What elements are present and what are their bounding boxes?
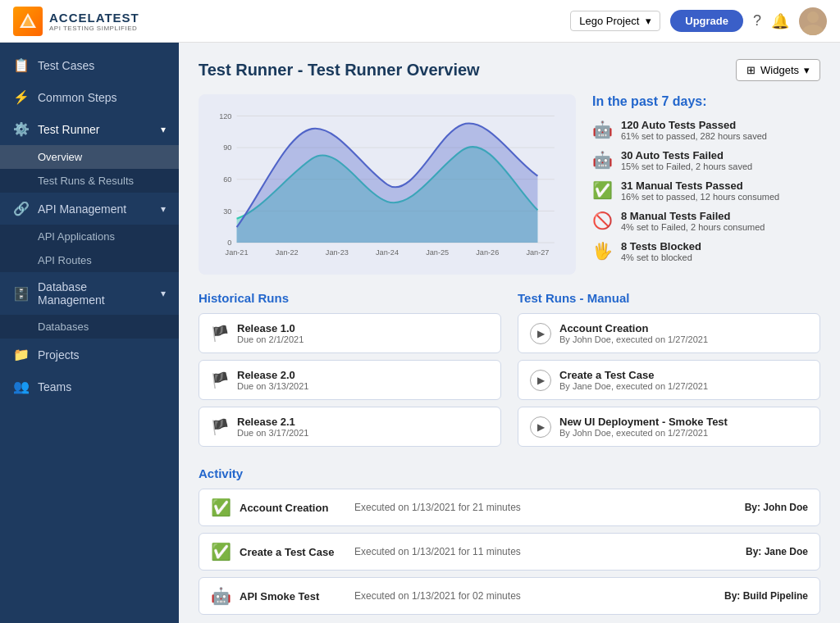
manual-run-item[interactable]: ▶ Account Creation By John Doe, executed… (518, 313, 820, 353)
sidebar-subitem-api-routes[interactable]: API Routes (0, 248, 179, 272)
historical-run-item[interactable]: 🏴 Release 2.0 Due on 3/13/2021 (199, 360, 501, 400)
avatar[interactable] (799, 7, 827, 35)
activity-android-icon: 🤖 (211, 586, 231, 606)
svg-text:Jan-23: Jan-23 (326, 248, 349, 257)
historical-run-item[interactable]: 🏴 Release 2.1 Due on 3/17/2021 (199, 407, 501, 447)
sidebar-subitem-test-runs[interactable]: Test Runs & Results (0, 169, 179, 193)
activity-desc: Executed on 1/13/2021 for 21 minutes (354, 502, 737, 513)
run-sub: Due on 3/13/2021 (237, 381, 308, 391)
layout: 📋 Test Cases ⚡ Common Steps ⚙️ Test Runn… (0, 43, 840, 623)
stat-manual-failed: 🚫 8 Manual Tests Failed 4% set to Failed… (592, 210, 820, 232)
run-sub: By John Doe, executed on 1/27/2021 (559, 428, 728, 438)
project-selector[interactable]: Lego Project ▾ (570, 11, 660, 31)
android-pass-icon: 🤖 (592, 120, 613, 139)
warning-fail-icon: 🚫 (592, 211, 613, 230)
manual-run-item[interactable]: ▶ Create a Test Case By Jane Doe, execut… (518, 360, 820, 400)
widgets-icon: ⊞ (746, 64, 756, 76)
sidebar-item-test-runner[interactable]: ⚙️ Test Runner ▾ (0, 113, 179, 145)
play-icon: ▶ (530, 416, 551, 438)
logo-area: ACCELATEST API TESTING SIMPLIFIED (13, 7, 139, 36)
help-icon[interactable]: ? (753, 12, 761, 30)
chevron-down-icon: ▾ (804, 64, 810, 76)
sidebar-subitem-api-applications[interactable]: API Applications (0, 225, 179, 248)
projects-icon: 📁 (13, 347, 30, 362)
svg-text:Jan-25: Jan-25 (426, 248, 449, 257)
activity-by: By: John Doe (745, 502, 808, 513)
stat-auto-passed-sub: 61% set to passed, 282 hours saved (621, 131, 767, 141)
stat-auto-passed-label: 120 Auto Tests Passed (621, 119, 767, 131)
svg-text:Jan-27: Jan-27 (526, 248, 549, 257)
sidebar-subitem-databases[interactable]: Databases (0, 315, 179, 339)
sidebar-item-projects[interactable]: 📁 Projects (0, 339, 179, 371)
run-sub: Due on 3/17/2021 (237, 428, 308, 438)
activity-check-icon: ✅ (211, 498, 231, 517)
stat-manual-failed-label: 8 Manual Tests Failed (621, 210, 765, 222)
run-sub: By John Doe, executed on 1/27/2021 (559, 334, 708, 344)
run-name: Release 2.0 (237, 369, 308, 381)
activity-by-name: John Doe (763, 502, 808, 513)
stat-auto-failed-label: 30 Auto Tests Failed (621, 149, 752, 161)
common-steps-icon: ⚡ (13, 89, 30, 105)
header-controls: Lego Project ▾ Upgrade ? 🔔 (570, 7, 827, 35)
historical-runs-title: Historical Runs (199, 291, 501, 305)
sidebar-label-teams: Teams (38, 380, 71, 393)
widgets-button[interactable]: ⊞ Widgets ▾ (736, 59, 820, 81)
main-content: Test Runner - Test Runner Overview ⊞ Wid… (179, 43, 840, 623)
svg-text:Jan-21: Jan-21 (226, 248, 249, 257)
sidebar-label-api-management: API Management (38, 202, 126, 216)
svg-text:30: 30 (223, 207, 231, 215)
chevron-down-icon: ▾ (161, 288, 166, 299)
historical-runs-section: Historical Runs 🏴 Release 1.0 Due on 2/1… (199, 291, 501, 453)
svg-text:0: 0 (227, 239, 231, 247)
sidebar-item-database-management[interactable]: 🗄️ Database Management ▾ (0, 272, 179, 315)
stat-auto-failed-sub: 15% set to Failed, 2 hours saved (621, 161, 752, 171)
activity-item: ✅ Account Creation Executed on 1/13/2021… (199, 489, 820, 526)
stat-manual-passed-sub: 16% set to passed, 12 hours consumed (621, 192, 779, 202)
sidebar-subitem-overview[interactable]: Overview (0, 145, 179, 169)
test-runner-icon: ⚙️ (13, 121, 30, 137)
api-management-icon: 🔗 (13, 201, 30, 216)
run-name: Release 2.1 (237, 416, 308, 428)
sidebar-label-projects: Projects (38, 348, 80, 362)
test-runner-submenu: Overview Test Runs & Results (0, 145, 179, 193)
manual-run-item[interactable]: ▶ New UI Deployment - Smoke Test By John… (518, 407, 820, 447)
stats-title: In the past 7 days: (592, 94, 820, 109)
run-sub: By Jane Doe, executed on 1/27/2021 (559, 381, 708, 391)
historical-run-item[interactable]: 🏴 Release 1.0 Due on 2/1/2021 (199, 313, 501, 353)
logo-main: ACCELATEST (49, 11, 139, 25)
run-name: Release 1.0 (237, 322, 304, 334)
activity-desc: Executed on 1/13/2021 for 11 minutes (354, 546, 737, 557)
database-management-submenu: Databases (0, 315, 179, 339)
svg-point-3 (802, 25, 824, 35)
stat-manual-passed-label: 31 Manual Tests Passed (621, 180, 779, 192)
stat-auto-failed: 🤖 30 Auto Tests Failed 15% set to Failed… (592, 149, 820, 171)
logo-sub: API TESTING SIMPLIFIED (49, 25, 139, 32)
notifications-icon[interactable]: 🔔 (771, 12, 789, 30)
page-header: Test Runner - Test Runner Overview ⊞ Wid… (199, 59, 820, 81)
stat-auto-passed: 🤖 120 Auto Tests Passed 61% set to passe… (592, 119, 820, 141)
activity-title: Activity (199, 466, 820, 480)
activity-check-icon: ✅ (211, 542, 231, 562)
sidebar-item-test-cases[interactable]: 📋 Test Cases (0, 49, 179, 81)
manual-runs-section: Test Runs - Manual ▶ Account Creation By… (518, 291, 820, 453)
stats-panel: In the past 7 days: 🤖 120 Auto Tests Pas… (592, 94, 820, 275)
activity-by: By: Build Pipeline (724, 590, 808, 602)
activity-by-name: Build Pipeline (743, 590, 808, 602)
run-name: Create a Test Case (559, 369, 708, 381)
stat-manual-failed-sub: 4% set to Failed, 2 hours consumed (621, 222, 765, 232)
sidebar-item-api-management[interactable]: 🔗 API Management ▾ (0, 193, 179, 225)
run-icon: 🏴 (211, 418, 229, 436)
activity-name: API Smoke Test (240, 590, 346, 603)
activity-section: Activity ✅ Account Creation Executed on … (199, 466, 820, 615)
page-title: Test Runner - Test Runner Overview (199, 61, 480, 80)
chart-container: 120 90 60 30 0 Jan-21 Jan-22 Jan-23 Jan-… (199, 94, 576, 275)
project-name: Lego Project (579, 15, 639, 27)
svg-text:Jan-24: Jan-24 (376, 248, 399, 257)
sidebar-label-common-steps: Common Steps (38, 91, 116, 104)
svg-text:Jan-22: Jan-22 (276, 248, 299, 257)
sidebar-label-test-cases: Test Cases (38, 59, 94, 72)
sidebar-item-common-steps[interactable]: ⚡ Common Steps (0, 81, 179, 113)
run-icon: 🏴 (211, 325, 229, 343)
sidebar-item-teams[interactable]: 👥 Teams (0, 371, 179, 402)
upgrade-button[interactable]: Upgrade (670, 10, 743, 32)
